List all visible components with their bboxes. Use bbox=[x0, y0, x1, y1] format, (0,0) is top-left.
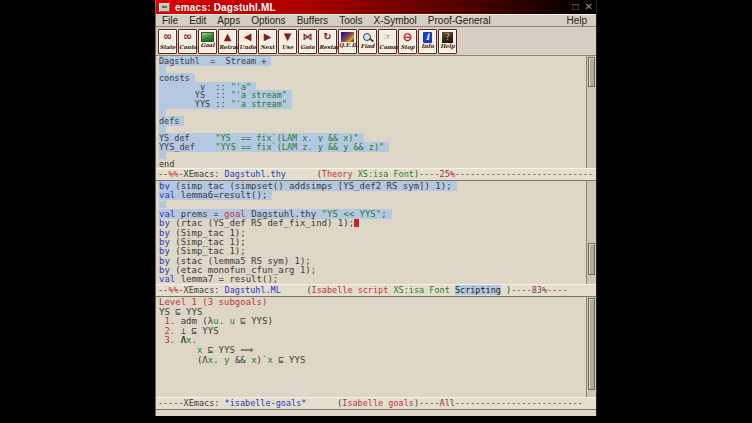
toolbar-button-label: Stop bbox=[399, 44, 416, 51]
toolbar-button-command[interactable]: ☞Command bbox=[378, 29, 397, 54]
minibuffer[interactable] bbox=[156, 410, 596, 416]
window-menu-button[interactable] bbox=[159, 3, 170, 12]
toolbar-button-label: Help bbox=[439, 43, 456, 50]
window-menu-icon bbox=[162, 6, 167, 8]
toolbar-button-next[interactable]: ▶Next bbox=[258, 29, 277, 54]
toolbar-button-label: State bbox=[159, 44, 176, 51]
buffer-line bbox=[159, 152, 586, 161]
screen-background: emacs: Dagstuhl.ML □ ✕ FileEditAppsOptio… bbox=[0, 0, 752, 423]
stop-icon: ⊖ bbox=[399, 30, 416, 44]
buffer-line: YYS_def "YYS == fix`(LAM z. y && y && z)… bbox=[159, 143, 586, 152]
scrollbar-thy-thumb[interactable] bbox=[588, 57, 595, 87]
toolbar-button-label: Info bbox=[419, 43, 436, 50]
menu-bar: FileEditAppsOptionsBuffersToolsX-SymbolP… bbox=[156, 14, 596, 27]
toolbar-button-restart[interactable]: ↻Restart bbox=[318, 29, 337, 54]
window-title: emacs: Dagstuhl.ML bbox=[175, 2, 276, 13]
toolbar: ∞State∞ContextGoal▲Retract◀Undo▶Next▼Use… bbox=[156, 27, 596, 56]
info-icon: i bbox=[423, 32, 432, 43]
buffer-line: (Λx. y && x)`x ⊑ YYS bbox=[159, 356, 586, 366]
toolbar-button-stop[interactable]: ⊖Stop bbox=[398, 29, 417, 54]
buffer-line: Level 1 (3 subgoals) bbox=[159, 298, 586, 308]
emacs-window: emacs: Dagstuhl.ML □ ✕ FileEditAppsOptio… bbox=[155, 0, 597, 416]
up-arrow-icon: ▲ bbox=[219, 30, 236, 44]
toolbar-button-label: Restart bbox=[319, 44, 336, 51]
toolbar-button-label: Use bbox=[279, 44, 296, 51]
buffer-line: end bbox=[159, 160, 586, 168]
restart-icon: ↻ bbox=[319, 30, 336, 44]
toolbar-button-use[interactable]: ▼Use bbox=[278, 29, 297, 54]
scrollbar-goals-thumb[interactable] bbox=[588, 298, 595, 390]
magnifier-icon bbox=[359, 32, 376, 43]
modeline-thy[interactable]: --%%-XEmacs: Dagstuhl.thy (Theory XS:isa… bbox=[156, 168, 596, 181]
menu-item-edit[interactable]: Edit bbox=[189, 15, 206, 26]
hand-icon: ☞ bbox=[379, 30, 396, 44]
menu-item-buffers[interactable]: Buffers bbox=[297, 15, 329, 26]
toolbar-button-undo[interactable]: ◀Undo bbox=[238, 29, 257, 54]
toolbar-button-help[interactable]: ?Help bbox=[438, 29, 457, 54]
toolbar-button-context[interactable]: ∞Context bbox=[178, 29, 197, 54]
title-bar[interactable]: emacs: Dagstuhl.ML □ ✕ bbox=[156, 0, 596, 14]
close-icon[interactable]: ✕ bbox=[585, 2, 593, 12]
text-cursor bbox=[354, 219, 359, 227]
qed-picture-icon bbox=[341, 32, 354, 42]
toolbar-button-goal[interactable]: Goal bbox=[198, 29, 217, 54]
scrollbar-goals[interactable] bbox=[586, 297, 596, 397]
buffer-line: val lemma7 = result(); bbox=[159, 275, 586, 284]
scrollbar-ml-thumb[interactable] bbox=[588, 243, 595, 275]
buffer-ml-text: by (simp_tac (simpset() addsimps [YS_def… bbox=[156, 181, 586, 284]
buffer-line bbox=[159, 66, 586, 75]
menu-item-file[interactable]: File bbox=[162, 15, 178, 26]
toolbar-button-label: Next bbox=[259, 44, 276, 51]
goto-bowtie-icon: ⋈ bbox=[299, 30, 316, 44]
toolbar-button-label: Retract bbox=[219, 44, 236, 51]
buffer-line: 2. ⊥ ⊑ YYS bbox=[159, 327, 586, 337]
buffer-goals-text: Level 1 (3 subgoals)YS ⊑ YYS 1. adm (λu.… bbox=[156, 297, 586, 397]
buffer-line: YYS :: "'a stream" bbox=[159, 100, 586, 109]
toolbar-button-retract[interactable]: ▲Retract bbox=[218, 29, 237, 54]
toolbar-button-find[interactable]: Find bbox=[358, 29, 377, 54]
buffer-goals[interactable]: Level 1 (3 subgoals)YS ⊑ YYS 1. adm (λu.… bbox=[156, 297, 596, 397]
goal-picture-icon bbox=[201, 32, 214, 42]
toolbar-button-info[interactable]: iInfo bbox=[418, 29, 437, 54]
toolbar-button-label: Undo bbox=[239, 44, 256, 51]
buffer-line: 1. adm (λu. u ⊑ YYS) bbox=[159, 317, 586, 327]
menu-item-help[interactable]: Help bbox=[566, 15, 587, 26]
toolbar-button-state[interactable]: ∞State bbox=[158, 29, 177, 54]
toolbar-button-qed[interactable]: Q.E.D. bbox=[338, 29, 357, 54]
menu-item-apps[interactable]: Apps bbox=[217, 15, 240, 26]
buffer-line: val lemma6=result(); bbox=[159, 191, 586, 200]
buffer-line bbox=[159, 109, 586, 118]
toolbar-button-goto[interactable]: ⋈Goto bbox=[298, 29, 317, 54]
maximize-icon[interactable]: □ bbox=[573, 2, 579, 12]
right-arrow-icon: ▶ bbox=[259, 30, 276, 44]
menu-item-x-symbol[interactable]: X-Symbol bbox=[373, 15, 416, 26]
help-picture-icon: ? bbox=[442, 32, 453, 43]
menu-item-options[interactable]: Options bbox=[251, 15, 285, 26]
buffer-ml[interactable]: by (simp_tac (simpset() addsimps [YS_def… bbox=[156, 181, 596, 284]
scrollbar-ml[interactable] bbox=[586, 181, 596, 284]
buffer-thy-text: Dagstuhl = Stream +consts y :: "'a" YS :… bbox=[156, 56, 586, 168]
buffer-thy[interactable]: Dagstuhl = Stream +consts y :: "'a" YS :… bbox=[156, 56, 596, 168]
modeline-ml[interactable]: --%%-XEmacs: Dagstuhl.ML (Isabelle scrip… bbox=[156, 284, 596, 297]
toolbar-button-label: Goal bbox=[199, 42, 216, 49]
toolbar-button-label: Command bbox=[379, 44, 396, 51]
buffer-line: Dagstuhl = Stream + bbox=[159, 57, 586, 66]
down-arrow-icon: ▼ bbox=[279, 30, 296, 44]
glasses-icon: ∞ bbox=[159, 30, 176, 44]
menu-item-tools[interactable]: Tools bbox=[339, 15, 362, 26]
buffer-line: defs bbox=[159, 117, 586, 126]
toolbar-button-label: Goto bbox=[299, 44, 316, 51]
menu-item-proof-general[interactable]: Proof-General bbox=[428, 15, 491, 26]
modeline-goals[interactable]: -----XEmacs: *isabelle-goals* (Isabelle … bbox=[156, 397, 596, 410]
toolbar-button-label: Find bbox=[359, 43, 376, 50]
toolbar-button-label: Context bbox=[179, 44, 196, 51]
menu-bar-items: FileEditAppsOptionsBuffersToolsX-SymbolP… bbox=[162, 15, 491, 26]
scrollbar-thy[interactable] bbox=[586, 56, 596, 168]
glasses-icon: ∞ bbox=[179, 30, 196, 44]
left-arrow-icon: ◀ bbox=[239, 30, 256, 44]
toolbar-button-label: Q.E.D. bbox=[339, 42, 356, 49]
